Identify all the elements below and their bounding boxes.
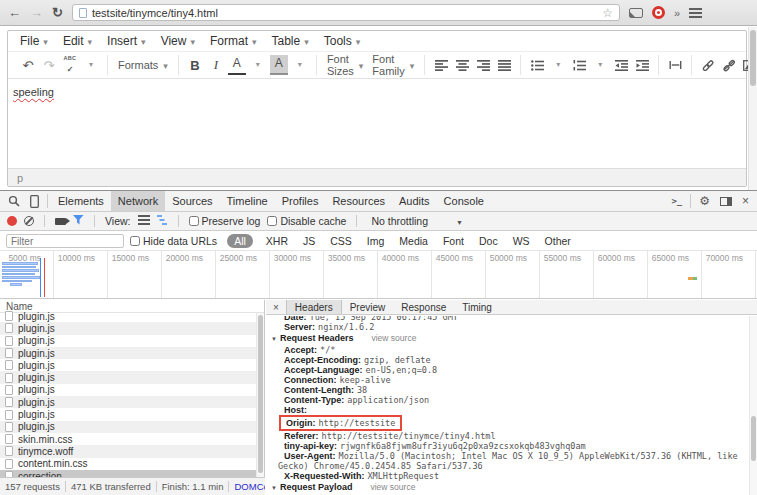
request-row[interactable]: plugin.js [0,396,264,408]
browser-menu-icon[interactable] [689,8,702,18]
numbered-list-dropdown-icon[interactable] [591,55,609,75]
devtools-tab[interactable]: Timeline [220,191,275,211]
link-icon[interactable] [699,55,717,75]
resource-type-filter[interactable]: Font [441,235,466,247]
details-tab[interactable]: Preview [342,300,394,314]
scrollbar-thumb[interactable] [750,30,756,86]
details-tab[interactable]: Timing [454,300,500,314]
settings-gear-icon[interactable] [694,191,715,211]
resource-type-filter[interactable]: Media [397,235,430,247]
request-row[interactable]: plugin.js [0,359,264,371]
back-button[interactable] [8,6,21,19]
element-path[interactable]: p [17,172,23,184]
disable-cache-input[interactable] [267,216,277,226]
redo-button[interactable] [40,55,58,75]
devtools-tab[interactable]: Audits [392,191,437,211]
view-source-link[interactable]: view source [370,482,415,492]
scrollbar-thumb[interactable] [258,315,263,473]
view-waterfall-icon[interactable] [157,215,168,227]
throttling-select[interactable]: No throttling [367,215,463,227]
disable-cache-checkbox[interactable]: Disable cache [267,215,346,227]
dock-side-icon[interactable] [715,191,737,211]
resource-type-filter[interactable]: All [227,234,253,248]
request-row[interactable]: plugin.js [0,421,264,433]
devtools-tab[interactable]: Console [437,191,491,211]
align-center-icon[interactable] [453,55,471,75]
scrollbar-thumb[interactable] [751,416,756,461]
console-drawer-icon[interactable]: >_ [666,191,687,211]
resource-type-filter[interactable]: Img [365,235,387,247]
editor-content-area[interactable]: speeling [8,79,746,168]
url-text[interactable]: testsite/tinymce/tiny4.html [92,7,218,19]
align-left-icon[interactable] [432,55,450,75]
background-color-button[interactable]: A [270,55,288,75]
devtools-tab[interactable]: Sources [165,191,219,211]
resource-type-filter[interactable]: WS [511,235,532,247]
editor-menu-item[interactable]: Format [203,32,265,50]
resource-type-filter[interactable]: XHR [264,235,290,247]
request-row[interactable]: plugin.js [0,408,264,420]
request-row[interactable]: plugin.js [0,335,264,347]
spellcheck-dropdown-icon[interactable] [82,55,100,75]
bullet-list-dropdown-icon[interactable] [549,55,567,75]
request-row[interactable]: plugin.js [0,384,264,396]
font-family-dropdown[interactable]: Font Family [369,53,417,77]
browser-scrollbar[interactable] [748,27,757,190]
hide-data-urls-input[interactable] [130,236,140,246]
clear-icon[interactable] [24,216,34,226]
request-row[interactable]: plugin.js [0,371,264,383]
resource-type-filter[interactable]: CSS [328,235,354,247]
request-row[interactable]: plugin.js [0,347,264,359]
editor-menu-item[interactable]: Tools [317,32,369,50]
align-justify-icon[interactable] [495,55,513,75]
request-row[interactable]: plugin.js [0,322,264,334]
request-row[interactable]: content.min.css [0,458,264,470]
devtools-tab[interactable]: Network [111,191,165,211]
record-button[interactable] [7,216,17,226]
increase-indent-icon[interactable] [633,55,651,75]
font-sizes-dropdown[interactable]: Font Sizes [324,53,366,77]
align-right-icon[interactable] [474,55,492,75]
reload-button[interactable] [52,6,63,19]
overflow-icon[interactable] [674,7,680,19]
requests-scrollbar[interactable] [256,313,264,477]
view-source-link[interactable]: view source [371,333,416,343]
forward-button[interactable] [30,6,43,19]
address-bar[interactable]: testsite/tinymce/tiny4.html [72,4,620,21]
extension-icon[interactable] [652,6,665,19]
formats-dropdown[interactable]: Formats [115,59,171,71]
editor-menu-item[interactable]: Table [265,32,317,50]
disclosure-triangle-icon[interactable] [271,482,280,492]
details-tab[interactable]: Headers [286,300,342,314]
resource-type-filter[interactable]: Doc [477,235,500,247]
preserve-log-checkbox[interactable]: Preserve log [189,215,261,227]
view-list-icon[interactable] [138,215,150,227]
bullet-list-icon[interactable] [528,55,546,75]
devtools-tab[interactable]: Resources [325,191,392,211]
request-row[interactable]: tinymce.woff [0,445,264,457]
spellcheck-button[interactable]: ABC [61,55,79,75]
screenshot-camera-icon[interactable] [55,218,66,225]
devtools-tab[interactable]: Elements [51,191,111,211]
decrease-indent-icon[interactable] [612,55,630,75]
resource-type-filter[interactable]: Other [543,235,573,247]
text-color-dropdown-icon[interactable] [249,55,267,75]
close-details-icon[interactable]: × [266,300,286,314]
request-row[interactable]: correction [0,470,264,477]
device-mode-icon[interactable] [25,191,44,211]
misspelled-word[interactable]: speeling [13,86,54,98]
numbered-list-icon[interactable] [570,55,588,75]
request-row[interactable]: plugin.js [0,310,264,322]
close-devtools-icon[interactable]: × [737,191,754,211]
disclosure-triangle-icon[interactable] [271,333,280,343]
editor-menu-item[interactable]: File [13,32,56,50]
unlink-icon[interactable] [720,55,738,75]
network-overview-timeline[interactable]: 5000 ms 10000 ms 15000 ms 20000 ms 25000… [0,251,757,299]
inspect-element-icon[interactable] [3,191,25,211]
preserve-log-input[interactable] [189,216,199,226]
details-scrollbar[interactable] [749,316,757,495]
filter-funnel-icon[interactable] [73,215,84,227]
resource-type-filter[interactable]: JS [301,235,317,247]
details-tab[interactable]: Response [393,300,454,314]
background-color-dropdown-icon[interactable] [291,55,309,75]
